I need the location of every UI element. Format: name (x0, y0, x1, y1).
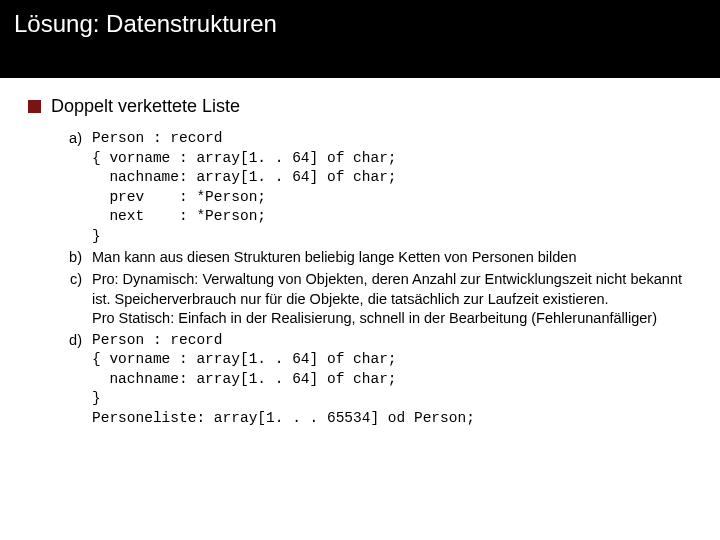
list-letter: c) (64, 270, 82, 329)
bullet-square-icon (28, 100, 41, 113)
code-block: Person : record { vorname : array[1. . 6… (92, 331, 475, 429)
bullet-title: Doppelt verkettete Liste (51, 96, 240, 117)
slide-content: Doppelt verkettete Liste a) Person : rec… (0, 78, 720, 428)
ordered-list: a) Person : record { vorname : array[1. … (28, 129, 700, 428)
list-text: Man kann aus diesen Strukturen beliebig … (92, 248, 576, 268)
code-block: Person : record { vorname : array[1. . 6… (92, 129, 397, 246)
list-letter: d) (64, 331, 82, 429)
slide-header: Lösung: Datenstrukturen (0, 0, 720, 78)
list-item: b) Man kann aus diesen Strukturen belieb… (64, 248, 700, 268)
list-item: a) Person : record { vorname : array[1. … (64, 129, 700, 246)
list-text: Pro: Dynamisch: Verwaltung von Objekten,… (92, 270, 700, 329)
slide-title: Lösung: Datenstrukturen (14, 10, 706, 38)
bullet-row: Doppelt verkettete Liste (28, 96, 700, 117)
list-item: c) Pro: Dynamisch: Verwaltung von Objekt… (64, 270, 700, 329)
list-letter: b) (64, 248, 82, 268)
list-letter: a) (64, 129, 82, 246)
list-item: d) Person : record { vorname : array[1. … (64, 331, 700, 429)
